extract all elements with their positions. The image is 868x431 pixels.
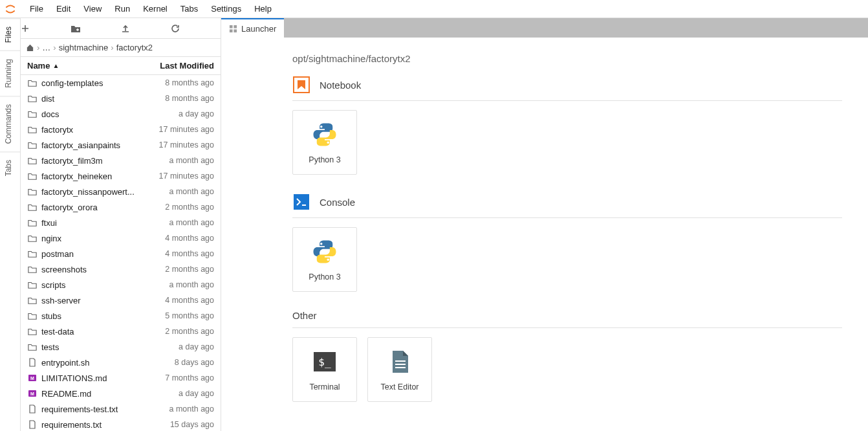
file-row[interactable]: factorytx_asianpaints17 minutes ago: [21, 137, 221, 153]
refresh-button[interactable]: [171, 20, 221, 37]
breadcrumb-separator: ›: [53, 43, 56, 52]
file-row[interactable]: dist8 months ago: [21, 91, 221, 106]
file-modified: 8 days ago: [136, 358, 214, 367]
jupyter-logo-icon[interactable]: [3, 1, 18, 17]
file-modified: a day ago: [136, 109, 214, 118]
file-modified: a day ago: [136, 389, 214, 398]
section-title: Console: [320, 197, 355, 208]
file-browser-panel: › … › sightmachine › factorytx2 Name ▲ L…: [21, 18, 221, 431]
menu-run[interactable]: Run: [108, 1, 136, 16]
launcher-card-text editor[interactable]: Text Editor: [367, 337, 432, 402]
folder-icon: [27, 155, 38, 166]
side-tab-tabs[interactable]: Tabs: [0, 151, 20, 184]
file-modified: 4 months ago: [136, 249, 214, 258]
python-icon: [310, 120, 339, 149]
menu-tabs[interactable]: Tabs: [174, 1, 204, 16]
file-row[interactable]: requirements-test.txta month ago: [21, 401, 221, 417]
dock-tab-bar: Launcher: [221, 18, 868, 38]
file-row[interactable]: ssh-server4 months ago: [21, 293, 221, 308]
launcher-section-console: ConsolePython 3: [292, 193, 842, 292]
file-row[interactable]: MLIMITATIONS.md7 months ago: [21, 370, 221, 386]
tab-launcher[interactable]: Launcher: [221, 18, 284, 38]
file-row[interactable]: nginx4 months ago: [21, 230, 221, 246]
file-row[interactable]: stubs5 months ago: [21, 308, 221, 324]
menu-view[interactable]: View: [77, 1, 108, 16]
file-row[interactable]: factorytx17 minutes ago: [21, 122, 221, 137]
file-row[interactable]: factorytx_film3ma month ago: [21, 153, 221, 168]
section-header: Notebook: [292, 76, 842, 101]
top-menu-bar: FileEditViewRunKernelTabsSettingsHelp: [0, 0, 868, 18]
file-row[interactable]: scriptsa month ago: [21, 277, 221, 293]
file-row[interactable]: requirements.txt15 days ago: [21, 417, 221, 431]
file-modified: 2 months ago: [136, 265, 214, 274]
file-name: factorytx_asianpaints: [41, 140, 136, 150]
breadcrumb: › … › sightmachine › factorytx2: [21, 39, 221, 57]
breadcrumb-segment[interactable]: sightmachine: [59, 43, 109, 52]
side-tab-files[interactable]: Files: [0, 18, 20, 50]
file-row[interactable]: MREADME.mda day ago: [21, 386, 221, 401]
launcher-cwd: opt/sightmachine/factorytx2: [292, 53, 842, 64]
svg-rect-5: [233, 25, 237, 28]
sort-indicator-icon: ▲: [52, 62, 59, 69]
launcher-card-terminal[interactable]: $_Terminal: [292, 337, 357, 402]
file-row[interactable]: factorytx_heineken17 minutes ago: [21, 168, 221, 184]
file-row[interactable]: screenshots2 months ago: [21, 261, 221, 277]
folder-icon: [27, 233, 38, 243]
new-folder-button[interactable]: [71, 20, 120, 37]
file-name: ssh-server: [41, 296, 136, 305]
file-name: scripts: [41, 280, 136, 290]
file-list-header[interactable]: Name ▲ Last Modified: [21, 57, 221, 75]
file-row[interactable]: factorytx_nissanpowert...a month ago: [21, 184, 221, 199]
file-row[interactable]: ftxuia month ago: [21, 215, 221, 230]
file-row[interactable]: postman4 months ago: [21, 246, 221, 261]
file-row[interactable]: test-data2 months ago: [21, 324, 221, 339]
file-name: factorytx_film3m: [41, 156, 136, 166]
folder-icon: [27, 186, 38, 197]
file-row[interactable]: testsa day ago: [21, 339, 221, 355]
menu-edit[interactable]: Edit: [50, 1, 77, 16]
folder-icon: [27, 295, 38, 305]
side-tab-commands[interactable]: Commands: [0, 96, 20, 151]
file-row[interactable]: entrypoint.sh8 days ago: [21, 355, 221, 370]
file-name: entrypoint.sh: [41, 358, 136, 368]
file-name: dist: [41, 94, 136, 104]
new-launcher-button[interactable]: [21, 20, 71, 37]
svg-point-10: [327, 142, 330, 144]
left-side-tabs: FilesRunningCommandsTabs: [0, 18, 21, 431]
launcher-tab-label: Launcher: [241, 24, 276, 34]
folder-icon: [27, 109, 38, 119]
main-dock: Launcher opt/sightmachine/factorytx2 Not…: [221, 18, 868, 431]
breadcrumb-segment[interactable]: factorytx2: [116, 43, 153, 52]
file-modified: 7 months ago: [136, 373, 214, 382]
file-row[interactable]: docsa day ago: [21, 106, 221, 122]
launcher-tab-icon: [229, 25, 237, 33]
breadcrumb-ellipsis[interactable]: …: [42, 43, 50, 52]
col-modified-header[interactable]: Last Modified: [136, 61, 214, 71]
home-icon[interactable]: [26, 43, 34, 52]
menu-file[interactable]: File: [23, 1, 50, 16]
menu-settings[interactable]: Settings: [204, 1, 248, 16]
file-modified: a month ago: [136, 280, 214, 289]
svg-point-12: [320, 243, 323, 245]
menu-help[interactable]: Help: [248, 1, 278, 16]
file-browser-toolbar: [21, 18, 221, 39]
launcher-card-python 3[interactable]: Python 3: [292, 227, 357, 292]
file-row[interactable]: factorytx_orora2 months ago: [21, 199, 221, 215]
section-title: Notebook: [320, 80, 361, 91]
side-tab-running[interactable]: Running: [0, 50, 20, 96]
file-modified: 17 minutes ago: [136, 125, 214, 134]
markdown-icon: M: [27, 388, 38, 399]
folder-icon: [27, 280, 38, 290]
col-name-header[interactable]: Name: [27, 61, 50, 71]
file-modified: a day ago: [136, 342, 214, 351]
console-section-icon: [292, 193, 310, 211]
svg-point-9: [320, 126, 323, 128]
launcher-card-python 3[interactable]: Python 3: [292, 110, 357, 175]
file-name: postman: [41, 249, 136, 259]
menu-kernel[interactable]: Kernel: [136, 1, 174, 16]
file-row[interactable]: config-templates8 months ago: [21, 75, 221, 91]
folder-icon: [27, 217, 38, 228]
upload-button[interactable]: [121, 20, 171, 37]
file-modified: 5 months ago: [136, 311, 214, 320]
file-name: factorytx_heineken: [41, 171, 136, 181]
